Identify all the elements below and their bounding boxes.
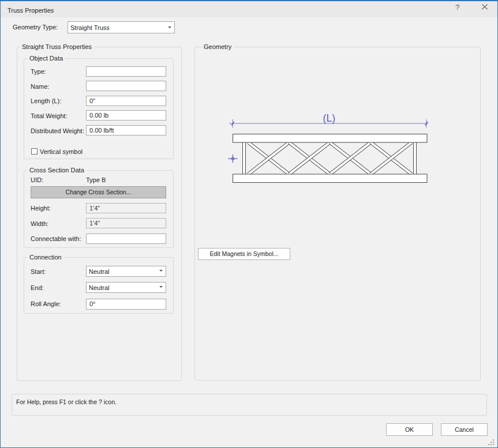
svg-text:(L): (L) — [323, 112, 335, 124]
